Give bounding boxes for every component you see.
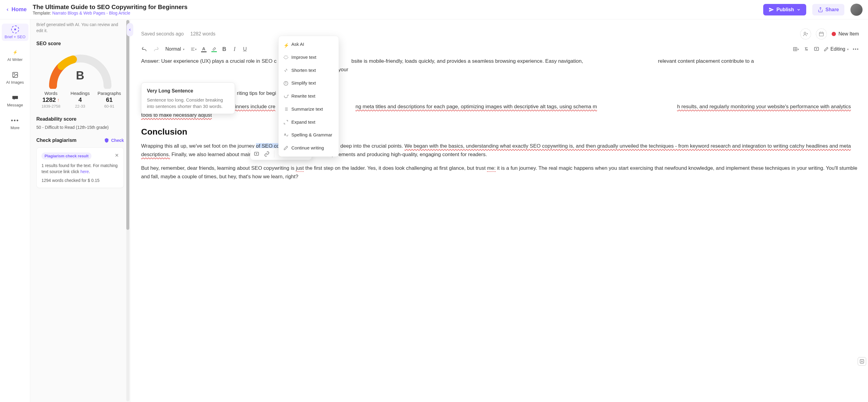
svg-point-2 (13, 74, 14, 74)
editor-column: Saved seconds ago 1282 words New Item No… (130, 20, 868, 402)
nav-more[interactable]: ••• More (2, 115, 28, 132)
metric-value: 61 (95, 96, 124, 104)
editor-content[interactable]: Answer: User experience (UX) plays a cru… (141, 57, 859, 181)
nav-ai-images[interactable]: AI Images (2, 69, 28, 86)
image-icon (11, 71, 19, 79)
svg-rect-6 (819, 32, 824, 36)
plagiarism-meta: 1294 words checked for $ 0.15 (41, 178, 119, 183)
seo-gauge: B (44, 50, 117, 89)
highlight-color-button[interactable] (211, 46, 217, 52)
mi-label: Improve text (291, 54, 316, 61)
send-icon (769, 7, 774, 12)
panel-scrollbar[interactable] (126, 20, 129, 401)
check-label: Check (111, 138, 124, 143)
avatar[interactable] (850, 4, 863, 16)
plagiarism-here-link[interactable]: here (80, 169, 89, 174)
ai-menu-improve[interactable]: Improve text (279, 51, 339, 64)
paragraph[interactable]: Answer: User experience (UX) plays a cru… (141, 57, 859, 74)
set-date-button[interactable] (816, 29, 827, 39)
bold-button[interactable]: B (221, 46, 227, 52)
home-link[interactable]: Home (5, 6, 27, 13)
compress-icon (283, 68, 288, 73)
link-button[interactable] (264, 151, 270, 157)
status-chip[interactable]: New Item (832, 31, 859, 37)
insert-block-button[interactable] (858, 357, 866, 366)
nav-label: More (10, 125, 20, 130)
seo-grade: B (76, 69, 84, 82)
template-link[interactable]: Narrato Blogs & Web Pages - Blog Article (52, 10, 130, 16)
publish-button[interactable]: Publish (763, 4, 806, 16)
publish-label: Publish (777, 7, 794, 12)
mode-label: Editing (831, 47, 845, 52)
italic-button[interactable]: I (232, 46, 238, 52)
chevron-left-icon (5, 7, 10, 12)
expand-icon (283, 120, 288, 124)
nav-label: Brief + SEO (4, 34, 26, 39)
ai-menu-shorten[interactable]: Shorten text (279, 64, 339, 77)
paragraph[interactable]: Answer: Yes, a few additional tips for b… (141, 103, 859, 119)
share-label: Share (826, 7, 839, 12)
plagiarism-title: Check plagiarism (36, 138, 76, 143)
spellcheck-icon (283, 133, 288, 138)
close-icon[interactable]: ✕ (115, 152, 119, 158)
ai-menu-spelling[interactable]: Spelling & Grammar (279, 128, 339, 142)
metric-range: 22-33 (65, 104, 94, 109)
svg-point-3 (804, 32, 806, 34)
paragraph[interactable]: But hey, remember, dear friends, learnin… (141, 164, 859, 181)
text: Wrapping this all up, we've set foot on … (141, 143, 256, 149)
ai-menu-rewrite[interactable]: Rewrite text (279, 90, 339, 103)
align-button[interactable]: ▾ (190, 46, 196, 52)
nav-brief-seo[interactable]: Brief + SEO (2, 24, 28, 41)
ai-menu-summarize[interactable]: Summarize text (279, 103, 339, 116)
align-left-icon (190, 47, 195, 52)
seo-score-title: SEO score (36, 41, 124, 47)
lint-popover: Very Long Sentence Sentence too long. Co… (141, 83, 235, 114)
list-icon (283, 107, 288, 112)
add-comment-button[interactable] (813, 46, 819, 52)
share-button[interactable]: Share (812, 4, 844, 16)
pencil-icon (283, 145, 288, 150)
mi-label: Summarize text (291, 106, 323, 113)
link-icon (264, 151, 270, 157)
text-dotted: me: (487, 165, 495, 172)
lint-title: Very Long Sentence (147, 87, 229, 95)
seo-metrics: Words 1282↑ 1839-2758 Headings 4 22-33 P… (36, 91, 124, 109)
user-plus-icon (803, 31, 808, 37)
text-warning: ng meta titles and descriptions for each… (355, 104, 597, 110)
nav-label: AI Writer (7, 57, 23, 62)
undo-button[interactable] (141, 46, 147, 52)
clear-format-button[interactable] (803, 46, 809, 52)
redo-button[interactable] (153, 46, 159, 52)
nav-message[interactable]: Message (2, 92, 28, 109)
metric-range: 60-91 (95, 104, 124, 109)
undo-icon (141, 46, 147, 52)
plagiarism-check-button[interactable]: Check (104, 138, 124, 143)
pencil-icon (824, 47, 829, 52)
block-style-select[interactable]: Normal ▾ (165, 47, 184, 52)
mode-select[interactable]: Editing ▾ (824, 47, 848, 52)
ai-menu-simplify[interactable]: Simplify text (279, 77, 339, 90)
ai-menu-ask[interactable]: ⚡Ask AI (279, 38, 339, 51)
ai-menu-continue[interactable]: Continue writing (279, 142, 339, 154)
text: relevant content placement contribute to… (658, 58, 754, 64)
nav-ai-writer[interactable]: ⚡ AI Writer (2, 47, 28, 64)
table-button[interactable]: ▾ (793, 46, 799, 52)
chevron-down-icon: ▾ (847, 48, 848, 51)
comment-button[interactable] (253, 151, 259, 157)
more-toolbar-button[interactable]: ••• (853, 46, 859, 52)
metric-label: Paragraphs (95, 91, 124, 96)
add-collaborator-button[interactable] (800, 29, 811, 39)
plagiarism-text: 1 results found for the text. For matchi… (41, 163, 119, 175)
plagiarism-dot: . (89, 169, 90, 174)
arrow-up-icon: ↑ (57, 97, 59, 103)
font-color-button[interactable]: A (201, 46, 207, 52)
underline-button[interactable]: U (242, 46, 248, 52)
mi-label: Continue writing (291, 144, 324, 152)
collapse-panel-button[interactable] (127, 23, 133, 36)
redo-icon (153, 46, 159, 52)
mi-label: Ask AI (291, 40, 304, 48)
heading-conclusion[interactable]: Conclusion (141, 125, 859, 139)
paragraph[interactable]: Wrapping this all up, we've set foot on … (141, 142, 859, 159)
ai-menu-expand[interactable]: Expand text (279, 116, 339, 129)
font-color-icon: A (202, 46, 205, 51)
